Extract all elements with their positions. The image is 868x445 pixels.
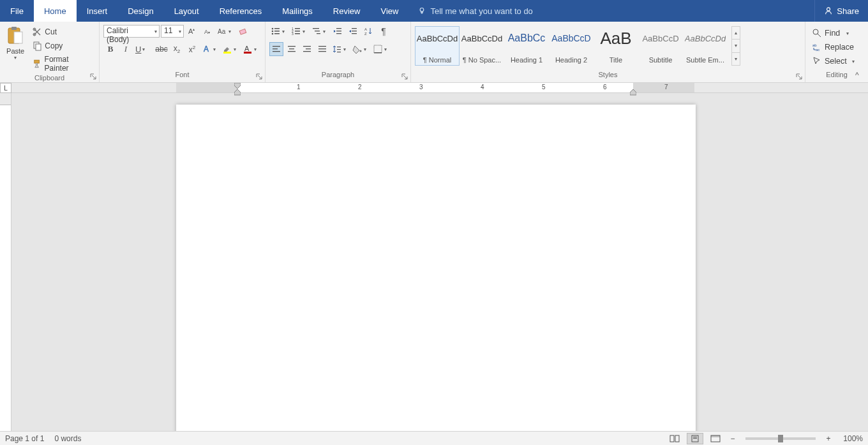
tab-references[interactable]: References	[209, 0, 272, 22]
subscript-button[interactable]: x2	[170, 42, 184, 56]
grow-font-button[interactable]: A▴	[185, 24, 199, 38]
vertical-ruler[interactable]	[0, 93, 11, 431]
italic-button[interactable]: I	[119, 42, 133, 56]
svg-rect-65	[675, 435, 679, 442]
share-button[interactable]: Share	[814, 0, 868, 22]
svg-point-20	[272, 28, 274, 30]
text-effects-button[interactable]: A▾	[200, 42, 220, 56]
copy-button[interactable]: Copy	[29, 40, 95, 52]
svg-rect-68	[693, 438, 697, 439]
status-words[interactable]: 0 words	[54, 434, 81, 443]
numbering-button[interactable]: 123▾	[290, 24, 309, 38]
style-title[interactable]: AaBTitle	[594, 26, 638, 66]
svg-rect-57	[337, 52, 341, 52]
styles-launcher[interactable]	[795, 72, 804, 81]
show-marks-button[interactable]: ¶	[377, 24, 391, 38]
web-layout-button[interactable]	[707, 433, 724, 444]
tab-insert[interactable]: Insert	[77, 0, 118, 22]
replace-icon: abac	[812, 42, 822, 52]
highlight-button[interactable]: ▾	[221, 42, 240, 56]
print-layout-button[interactable]	[687, 433, 703, 444]
borders-icon	[373, 44, 383, 54]
align-left-button[interactable]	[269, 42, 283, 56]
status-page[interactable]: Page 1 of 1	[5, 434, 44, 443]
tab-view[interactable]: View	[370, 0, 408, 22]
svg-rect-39	[352, 31, 357, 31]
svg-point-61	[813, 29, 818, 34]
collapse-ribbon-button[interactable]: ^	[855, 71, 864, 80]
zoom-slider[interactable]	[745, 437, 816, 440]
tab-selector[interactable]: L	[0, 83, 11, 93]
tab-file[interactable]: File	[0, 0, 34, 22]
format-painter-label: Format Painter	[45, 55, 93, 73]
svg-text:Z: Z	[364, 32, 367, 36]
underline-button[interactable]: U▾	[134, 42, 153, 56]
style-heading-2[interactable]: AaBbCcDHeading 2	[549, 26, 594, 66]
font-color-button[interactable]: A▾	[241, 42, 260, 56]
sort-button[interactable]: AZ	[361, 24, 375, 38]
line-spacing-button[interactable]: ▾	[331, 42, 350, 56]
svg-point-58	[360, 50, 362, 52]
select-button[interactable]: Select▾	[809, 55, 857, 68]
justify-button[interactable]	[315, 42, 329, 56]
svg-rect-69	[711, 435, 720, 442]
tab-design[interactable]: Design	[117, 0, 163, 22]
find-button[interactable]: Find▾	[809, 27, 857, 40]
svg-rect-8	[36, 44, 41, 50]
clipboard-launcher[interactable]	[89, 72, 98, 81]
strikethrough-button[interactable]: abc	[154, 42, 168, 56]
font-size-combo[interactable]: 11▾	[161, 25, 184, 38]
tab-home[interactable]: Home	[34, 0, 77, 22]
highlighter-icon	[222, 44, 232, 54]
tab-mailings[interactable]: Mailings	[272, 0, 323, 22]
clear-formatting-button[interactable]	[236, 24, 250, 38]
eraser-icon	[238, 26, 248, 36]
styles-scroll-up[interactable]: ▴	[732, 27, 740, 40]
decrease-indent-button[interactable]	[331, 24, 345, 38]
bold-button[interactable]: B	[103, 42, 117, 56]
tab-layout[interactable]: Layout	[164, 0, 209, 22]
zoom-out-button[interactable]: −	[728, 434, 738, 443]
svg-rect-17	[223, 52, 231, 54]
zoom-level[interactable]: 100%	[837, 434, 863, 443]
svg-rect-59	[374, 45, 382, 53]
style--no-spac-[interactable]: AaBbCcDd¶ No Spac...	[460, 26, 504, 66]
shrink-font-button[interactable]: A▾	[200, 24, 214, 38]
format-painter-button[interactable]: Format Painter	[29, 54, 95, 74]
align-center-button[interactable]	[285, 42, 299, 56]
read-mode-button[interactable]	[666, 433, 683, 444]
bullets-button[interactable]: ▾	[269, 24, 288, 38]
multilevel-list-button[interactable]: ▾	[310, 24, 329, 38]
style-subtle-em-[interactable]: AaBbCcDdSubtle Em...	[683, 26, 728, 66]
svg-point-24	[272, 33, 274, 35]
paste-button[interactable]: Paste ▾	[4, 24, 27, 61]
styles-more[interactable]: ▾	[732, 53, 740, 65]
change-case-button[interactable]: Aa▾	[216, 24, 235, 38]
group-label-styles: Styles	[415, 71, 801, 82]
styles-scroll-down[interactable]: ▾	[732, 40, 740, 52]
tell-me-search[interactable]: Tell me what you want to do	[408, 0, 541, 22]
increase-indent-button[interactable]	[346, 24, 360, 38]
style--normal[interactable]: AaBbCcDd¶ Normal	[415, 26, 460, 66]
replace-button[interactable]: abac Replace	[809, 41, 857, 54]
font-name-combo[interactable]: Calibri (Body)▾	[103, 25, 160, 38]
search-icon	[812, 28, 822, 38]
lightbulb-icon	[417, 6, 426, 15]
paintbrush-icon	[32, 59, 41, 69]
tab-review[interactable]: Review	[323, 0, 371, 22]
style-heading-1[interactable]: AaBbCcHeading 1	[504, 26, 549, 66]
document-page[interactable]	[176, 105, 696, 431]
font-launcher[interactable]	[255, 72, 264, 81]
svg-rect-64	[670, 435, 674, 442]
align-right-button[interactable]	[300, 42, 314, 56]
cut-button[interactable]: Cut	[29, 26, 95, 38]
svg-text:ab: ab	[812, 43, 817, 47]
horizontal-ruler[interactable]: 1234567	[11, 83, 868, 93]
superscript-button[interactable]: x2	[185, 42, 199, 56]
borders-button[interactable]: ▾	[371, 42, 391, 56]
zoom-in-button[interactable]: +	[823, 434, 834, 443]
styles-scroll: ▴ ▾ ▾	[731, 26, 740, 66]
shading-button[interactable]: ▾	[351, 42, 370, 56]
paragraph-launcher[interactable]	[400, 72, 409, 81]
style-subtitle[interactable]: AaBbCcDSubtitle	[638, 26, 683, 66]
